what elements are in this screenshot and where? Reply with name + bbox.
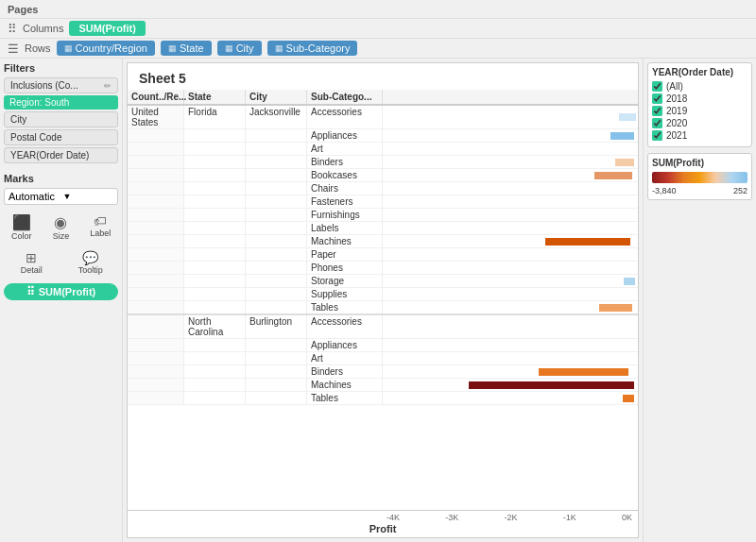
cell-sub: Art	[307, 352, 383, 364]
cell-sub: Machines	[307, 235, 383, 247]
sum-profit-dots-icon: ⠿	[26, 285, 35, 298]
sheet-title: Sheet 5	[128, 63, 638, 90]
cell-sub: Phones	[307, 262, 383, 274]
year-2019-item[interactable]: 2019	[652, 106, 747, 116]
cell-sub: Bookcases	[307, 169, 383, 181]
filter-edit-icon[interactable]: ✏	[104, 81, 112, 91]
sum-profit-label: SUM(Profit)	[39, 286, 96, 297]
rows-pill-subcategory[interactable]: ▦Sub-Category	[267, 41, 358, 56]
cell-sub: Storage	[307, 275, 383, 287]
table-row: Supplies	[128, 288, 638, 301]
axis-tick-0k: 0K	[622, 513, 632, 522]
pages-label: Pages	[8, 4, 38, 15]
detail-button[interactable]: ⊞ Detail	[4, 247, 60, 278]
table-row: Labels	[128, 222, 638, 235]
year-all-item[interactable]: (All)	[652, 81, 747, 92]
header-state: State	[184, 90, 246, 104]
color-legend-title: SUM(Profit)	[652, 158, 747, 168]
marks-dropdown[interactable]: Automatic ▼	[4, 188, 118, 205]
cell-sub: Appliances	[307, 129, 383, 142]
cell-sub: Appliances	[307, 339, 383, 351]
table-row: Storage	[128, 275, 638, 288]
year-2021-label: 2021	[666, 130, 687, 141]
year-all-label: (All)	[666, 81, 683, 92]
cell-sub: Furnishings	[307, 209, 383, 221]
year-2018-item[interactable]: 2018	[652, 93, 747, 104]
cell-sub: Supplies	[307, 288, 383, 300]
header-city: City	[246, 90, 307, 104]
filter-region-label: Region: South	[9, 97, 69, 108]
axis-tick-3k: -3K	[445, 513, 458, 522]
year-2019-checkbox[interactable]	[652, 106, 662, 116]
table-row: North Carolina Burlington Accessories	[128, 315, 638, 339]
sum-profit-pill[interactable]: ⠿ SUM(Profit)	[4, 283, 118, 300]
table-row: Art	[128, 143, 638, 156]
year-2021-item[interactable]: 2021	[652, 130, 747, 141]
axis-tick-1k: -1K	[563, 513, 576, 522]
columns-icon: ⠿	[8, 22, 17, 36]
filter-region[interactable]: Region: South	[4, 95, 118, 110]
rows-label: Rows	[25, 42, 51, 54]
year-2020-checkbox[interactable]	[652, 118, 662, 128]
table-row: Appliances	[128, 129, 638, 143]
year-2020-label: 2020	[666, 118, 687, 128]
color-gradient-bar	[652, 172, 747, 183]
cell-state: North Carolina	[184, 315, 246, 338]
detail-label: Detail	[21, 265, 43, 275]
year-2021-checkbox[interactable]	[652, 130, 662, 141]
rows-pill-state[interactable]: ▦State	[161, 41, 212, 56]
filters-title: Filters	[4, 62, 118, 74]
filter-inclusions-label: Inclusions (Co...	[10, 80, 78, 91]
color-max-label: 252	[733, 186, 747, 195]
tooltip-button[interactable]: 💬 Tooltip	[63, 247, 119, 278]
rows-icon: ☰	[8, 42, 19, 56]
header-country: Count../Re...	[128, 90, 184, 104]
header-chart	[383, 90, 638, 104]
year-all-checkbox[interactable]	[652, 81, 662, 92]
table-row: Furnishings	[128, 209, 638, 222]
year-2020-item[interactable]: 2020	[652, 118, 747, 128]
cell-country: United States	[128, 106, 184, 128]
color-button[interactable]: ⬛ Color	[4, 211, 40, 244]
rows-pill-country[interactable]: ▦Country/Region	[57, 41, 155, 56]
axis-tick-2k: -2K	[504, 513, 517, 522]
year-2018-checkbox[interactable]	[652, 93, 662, 104]
label-icon: 🏷	[94, 213, 107, 229]
size-icon: ◉	[54, 213, 67, 231]
detail-icon: ⊞	[26, 250, 37, 265]
cell-sub: Art	[307, 143, 383, 155]
size-label: Size	[53, 231, 70, 241]
label-button[interactable]: 🏷 Label	[82, 211, 118, 244]
axis-tick-4k: -4K	[387, 513, 400, 522]
year-2019-label: 2019	[666, 106, 687, 116]
color-label: Color	[11, 231, 32, 241]
table-body-scroll[interactable]: United States Florida Jacksonville Acces…	[128, 106, 638, 510]
table-row: Art	[128, 352, 638, 365]
rows-pill-city[interactable]: ▦City	[217, 41, 262, 56]
cell-sub: Fasteners	[307, 195, 383, 208]
filter-year[interactable]: YEAR(Order Date)	[4, 147, 118, 163]
table-row: Tables	[128, 301, 638, 315]
columns-pill[interactable]: SUM(Profit)	[69, 21, 146, 36]
label-label: Label	[90, 229, 111, 238]
columns-label: Columns	[23, 23, 63, 34]
year-2018-label: 2018	[666, 93, 687, 104]
table-row: Chairs	[128, 182, 638, 195]
color-min-label: -3,840	[652, 186, 677, 195]
cell-sub: Paper	[307, 248, 383, 261]
year-filter-title: YEAR(Order Date)	[652, 67, 747, 77]
size-button[interactable]: ◉ Size	[43, 211, 79, 244]
filter-city[interactable]: City	[4, 111, 118, 127]
filter-postal[interactable]: Postal Code	[4, 129, 118, 145]
cell-sub: Tables	[307, 301, 383, 313]
table-row: Fasteners	[128, 195, 638, 209]
chart-cell	[383, 106, 638, 128]
table-row: Bookcases	[128, 169, 638, 182]
table-row: Binders	[128, 365, 638, 379]
filter-inclusions[interactable]: Inclusions (Co... ✏	[4, 77, 118, 93]
cell-sub: Chairs	[307, 182, 383, 195]
table-row: Paper	[128, 248, 638, 262]
color-icon: ⬛	[12, 213, 31, 231]
header-subcategory: Sub-Catego...	[307, 90, 383, 104]
cell-sub: Machines	[307, 379, 383, 391]
